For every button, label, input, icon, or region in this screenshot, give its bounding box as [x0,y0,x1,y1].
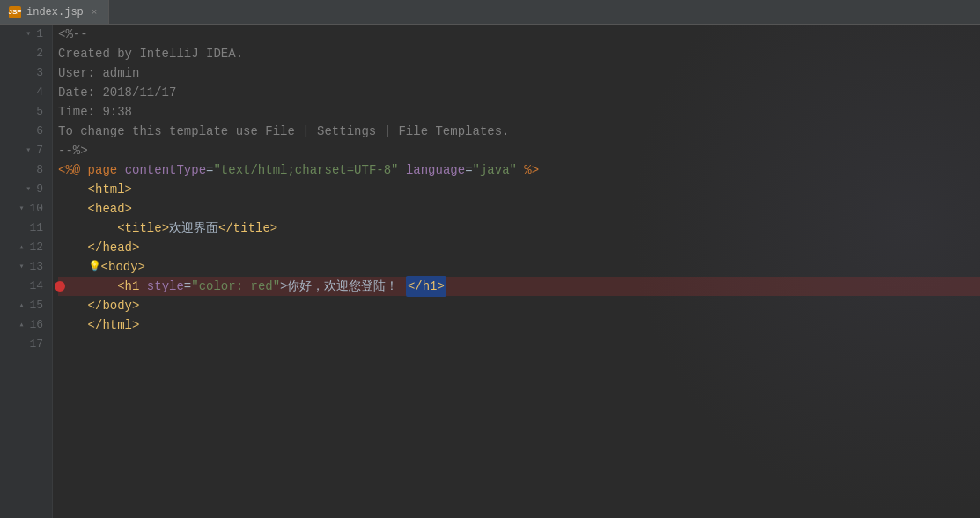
line-number-16: ▴16 [0,315,52,335]
line-num-text-17: 17 [29,335,43,354]
line-number-3: 3 [0,63,52,83]
plain-token: = [206,160,213,180]
fold-arrow-9[interactable]: ▾ [24,180,33,199]
line-number-1: ▾1 [0,25,52,44]
jsp-token: <%@ [58,160,88,180]
code-line-7: --%> [58,141,980,160]
line-num-text-5: 5 [36,102,43,122]
code-line-11: <title>欢迎界面</title> [58,218,980,238]
comment-token: <%-- [58,25,88,44]
tab-index-jsp[interactable]: JSP index.jsp × [0,0,109,24]
line-number-2: 2 [0,44,52,63]
plain-token [58,296,88,315]
line-number-6: 6 [0,122,52,141]
plain-token [58,218,117,238]
code-line-8: <%@ page contentType="text/html;charset=… [58,160,980,180]
fold-arrow-12[interactable]: ▴ [17,238,26,257]
fold-arrow-16[interactable]: ▴ [17,315,26,335]
code-line-10: <head> [58,199,980,218]
keyword-token: page [88,160,118,180]
jsp-token: %> [524,160,539,180]
plain-token [58,315,88,335]
line-number-10: ▾10 [0,199,52,218]
tag-highlighted-token: </h1> [406,276,446,297]
line-number-5: 5 [0,102,52,122]
line-number-13: ▾13 [0,257,52,277]
comment-token: --%> [58,141,88,160]
tag-token: </body> [88,296,140,315]
line-num-text-8: 8 [36,160,43,180]
fold-arrow-1[interactable]: ▾ [24,25,33,44]
line-num-text-11: 11 [29,218,43,238]
comment-token: Time: 9:38 [58,102,132,122]
string-token: "text/html;charset=UTF-8" [213,160,398,180]
code-line-6: To change this template use File | Setti… [58,122,980,141]
code-line-4: Date: 2018/11/17 [58,83,980,102]
code-line-9: <html> [58,180,980,199]
code-line-14: <h1 style="color: red">你好，欢迎您登陆！ </h1> [58,277,980,296]
comment-token: User: admin [58,63,139,83]
code-editor[interactable]: <%--Created by IntelliJ IDEA.User: admin… [53,25,980,518]
code-line-2: Created by IntelliJ IDEA. [58,44,980,63]
string-token: "color: red" [191,277,280,296]
code-line-15: </body> [58,296,980,315]
plain-token [58,238,88,257]
tag-token: </head> [88,238,140,257]
code-line-16: </html> [58,315,980,335]
fold-arrow-7[interactable]: ▾ [24,141,33,160]
plain-token [139,277,146,296]
line-num-text-3: 3 [36,63,43,83]
tag-token: <h1 [117,277,139,296]
comment-token: To change this template use File | Setti… [58,122,509,141]
line-num-text-14: 14 [29,277,43,296]
line-number-14: 14 [0,277,52,296]
tab-bar: JSP index.jsp × [0,0,980,25]
line-number-7: ▾7 [0,141,52,160]
fold-arrow-15[interactable]: ▴ [17,296,26,315]
tab-file-icon: JSP [9,6,21,18]
lightbulb-icon[interactable]: 💡 [88,257,101,277]
line-num-text-13: 13 [29,257,43,277]
tab-label: index.jsp [26,6,84,18]
plain-token: = [184,277,191,296]
line-num-text-12: 12 [29,238,43,257]
line-num-text-15: 15 [29,296,43,315]
attr-token: style [147,277,184,296]
tag-token: <head> [88,199,132,218]
tag-token: </title> [218,218,277,238]
line-number-17: 17 [0,335,52,354]
plain-token [517,160,524,180]
line-num-text-6: 6 [36,122,43,141]
comment-token: Created by IntelliJ IDEA. [58,44,243,63]
plain-token [58,180,88,199]
line-num-text-10: 10 [29,199,43,218]
plain-token: 欢迎界面 [169,218,218,238]
line-number-4: 4 [0,83,52,102]
line-num-text-2: 2 [36,44,43,63]
plain-token [58,277,117,296]
tag-token: </html> [88,315,140,335]
comment-token: Date: 2018/11/17 [58,83,176,102]
line-num-text-1: 1 [36,25,43,44]
code-line-3: User: admin [58,63,980,83]
breakpoint-dot-14[interactable] [55,281,65,292]
code-line-1: <%-- [58,25,980,44]
line-num-text-4: 4 [36,83,43,102]
tag-token: <html> [88,180,132,199]
line-numbers-gutter: ▾123456▾78▾9▾1011▴12▾1314▴15▴1617 [0,25,53,518]
line-num-text-16: 16 [29,315,43,335]
code-line-12: </head> [58,238,980,257]
fold-arrow-10[interactable]: ▾ [17,199,26,218]
attr-token: contentType [125,160,206,180]
tab-close-button[interactable]: × [89,6,100,18]
plain-token [117,160,124,180]
tag-token: <body> [101,257,145,277]
line-number-11: 11 [0,218,52,238]
string-token: "java" [473,160,517,180]
line-num-text-7: 7 [36,141,43,160]
editor-area: ▾123456▾78▾9▾1011▴12▾1314▴15▴1617 <%--Cr… [0,25,980,518]
plain-token [58,199,88,218]
fold-arrow-13[interactable]: ▾ [17,257,26,277]
attr-token: language [406,160,465,180]
line-num-text-9: 9 [36,180,43,199]
